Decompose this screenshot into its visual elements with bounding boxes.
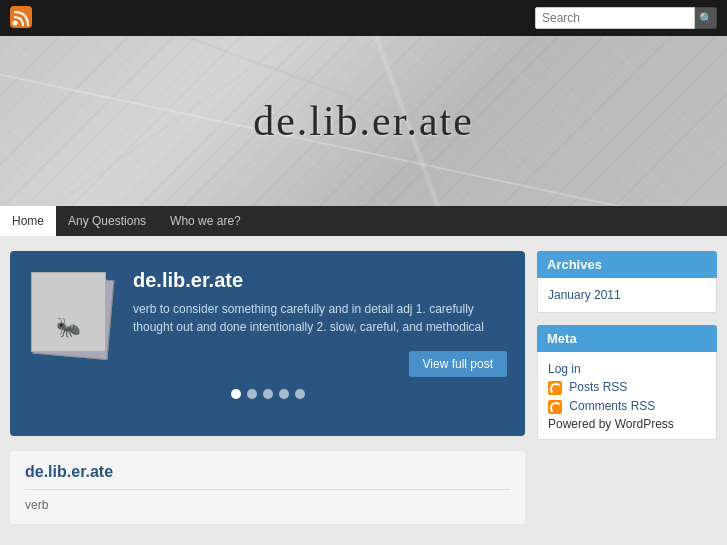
post-list-divider xyxy=(25,489,510,490)
post-list-title: de.lib.er.ate xyxy=(25,463,510,481)
post-list-item: de.lib.er.ate verb xyxy=(10,451,525,524)
meta-login[interactable]: Log in xyxy=(548,360,706,378)
site-title: de.lib.er.ate xyxy=(253,97,474,145)
bug-icon: 🐜 xyxy=(56,315,81,339)
meta-wordpress: Powered by WordPress xyxy=(548,415,674,433)
right-sidebar: Archives January 2011 Meta Log in Posts … xyxy=(537,251,717,524)
slider-inner: 🐜 de.lib.er.ate verb to consider somethi… xyxy=(28,269,507,377)
header-banner: de.lib.er.ate xyxy=(0,36,727,206)
slider-dot-5[interactable] xyxy=(295,389,305,399)
view-full-post-button[interactable]: View full post xyxy=(409,351,507,377)
meta-posts-rss[interactable]: Posts RSS xyxy=(548,378,706,397)
search-input[interactable] xyxy=(535,7,695,29)
archive-jan2011[interactable]: January 2011 xyxy=(548,286,706,304)
meta-section: Meta Log in Posts RSS Comments RSS Power… xyxy=(537,325,717,440)
rss-icon-top xyxy=(10,6,32,31)
meta-comments-rss-label: Comments RSS xyxy=(569,399,655,413)
top-bar: 🔍 xyxy=(0,0,727,36)
meta-body: Log in Posts RSS Comments RSS Powered by… xyxy=(537,352,717,440)
paper-front: 🐜 xyxy=(31,272,106,352)
featured-slider: 🐜 de.lib.er.ate verb to consider somethi… xyxy=(10,251,525,436)
archives-section: Archives January 2011 xyxy=(537,251,717,313)
slider-dot-1[interactable] xyxy=(231,389,241,399)
svg-point-1 xyxy=(13,20,18,25)
archives-body: January 2011 xyxy=(537,278,717,313)
post-list-subtitle: verb xyxy=(25,498,510,512)
slider-dot-4[interactable] xyxy=(279,389,289,399)
post-content: de.lib.er.ate verb to consider something… xyxy=(133,269,507,377)
post-image: 🐜 xyxy=(28,269,118,359)
search-button[interactable]: 🔍 xyxy=(695,7,717,29)
main-wrapper: 🐜 de.lib.er.ate verb to consider somethi… xyxy=(0,236,727,539)
nav-item-questions[interactable]: Any Questions xyxy=(56,206,158,236)
rss-icon-comments xyxy=(548,400,562,414)
meta-comments-rss[interactable]: Comments RSS xyxy=(548,397,706,416)
slider-dot-2[interactable] xyxy=(247,389,257,399)
left-content: 🐜 de.lib.er.ate verb to consider somethi… xyxy=(10,251,525,524)
nav-item-whoweare[interactable]: Who we are? xyxy=(158,206,253,236)
rss-icon-posts xyxy=(548,381,562,395)
meta-posts-rss-label: Posts RSS xyxy=(569,380,627,394)
nav-bar: Home Any Questions Who we are? xyxy=(0,206,727,236)
nav-item-home[interactable]: Home xyxy=(0,206,56,236)
slider-dots xyxy=(28,389,507,399)
featured-post-title: de.lib.er.ate xyxy=(133,269,507,292)
meta-heading: Meta xyxy=(537,325,717,352)
archives-heading: Archives xyxy=(537,251,717,278)
slider-dot-3[interactable] xyxy=(263,389,273,399)
featured-post-excerpt: verb to consider something carefully and… xyxy=(133,300,507,336)
paper-front-img: 🐜 xyxy=(32,273,105,351)
search-form: 🔍 xyxy=(535,7,717,29)
